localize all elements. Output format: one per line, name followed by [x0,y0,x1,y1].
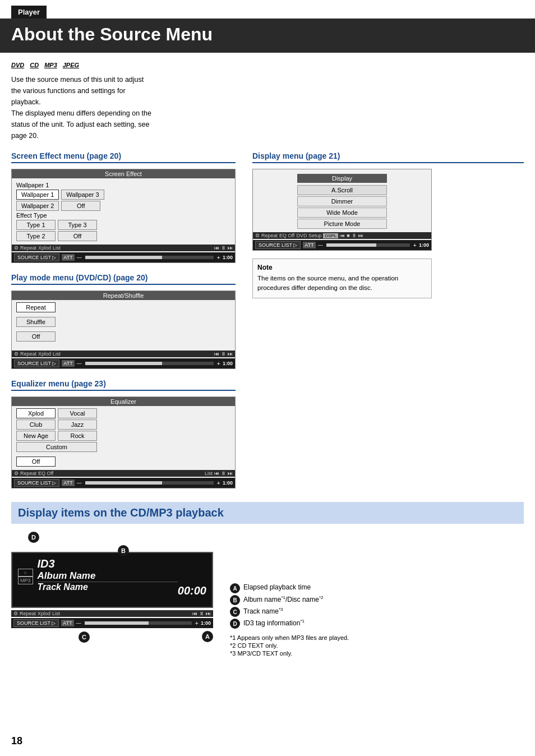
vocal-btn[interactable]: Vocal [58,408,97,418]
display-menu-heading: Display menu (page 21) [252,151,524,163]
play-mode-status-top: ⚙ Repeat Xplod List ⏮ ⏸ ⏭ [12,351,235,357]
next-btn2[interactable]: ⏭ [228,351,233,357]
legend-d-text: ID3 tag information*1 [243,619,305,627]
att-label4: ATT [303,242,315,248]
repeat-label: Repeat [20,245,36,251]
type1-btn[interactable]: Type 1 [16,220,56,230]
pause-btn3[interactable]: ⏸ [221,471,226,476]
repeat-btn[interactable]: Repeat [16,302,56,312]
play-mode-title: Repeat/Shuffle [12,291,235,300]
source-btn3[interactable]: SOURCE LIST ▷ [14,479,59,487]
rock-btn[interactable]: Rock [58,431,97,441]
label-a-pos: A [202,631,213,642]
album-name: Album Name [38,570,178,582]
next-btn[interactable]: ⏭ [228,245,233,251]
type3-btn[interactable]: Type 3 [58,220,97,230]
eq-off-btn[interactable]: Off [16,457,56,467]
plus-label3: + [217,480,220,486]
source-btn4[interactable]: SOURCE LIST ▷ [255,241,301,249]
format-icons-row: DVD CD MP3 JPEG [11,62,524,68]
dimmer-btn[interactable]: Dimmer [297,196,387,206]
legend-c: C Track name*3 [230,607,349,617]
att-label3: ATT [62,480,74,486]
club-btn[interactable]: Club [16,420,56,430]
circle-b: B [118,545,129,556]
playback-section: Display items on the CD/MP3 playback D B [11,502,524,658]
pause-btn[interactable]: ⏸ [221,245,226,251]
gear-icon3: ⚙ [14,471,19,476]
repeat-label5: Repeat [20,611,36,616]
widemode-btn[interactable]: Wide Mode [297,208,387,218]
id3-text: ID3 [38,557,55,570]
custom-btn[interactable]: Custom [16,442,97,452]
legend-a: A Elapsed playback time [230,583,349,593]
eq-off-label2: EQ Off [279,233,294,238]
dash-label5: — [76,620,81,626]
screen-effect-status-top: ⚙ Repeat Xplod List ⏮ ⏸ ⏭ [12,245,235,251]
picturemode-btn[interactable]: Picture Mode [297,219,387,229]
ascroll-btn[interactable]: A.Scroll [297,185,387,195]
legend-circle-a: A [230,583,240,593]
jpeg-format-icon: JPEG [63,62,79,68]
time-label3: 1:00 [223,480,233,486]
note-text: The items on the source menu, and the op… [257,274,427,293]
footnote3: *3 MP3/CD TEXT only. [230,650,349,657]
legend-list: A Elapsed playback time B Album name*1/D… [230,583,349,629]
source-btn5[interactable]: SOURCE LIST ▷ [13,619,59,627]
gear-icon: ⚙ [14,245,19,251]
next-btn3[interactable]: ⏭ [228,471,233,476]
display-menu-box: Display A.Scroll Dimmer Wide Mode Pictur… [252,169,432,251]
prev-btn2[interactable]: ⏮ [214,351,219,357]
off2-btn[interactable]: Off [58,231,97,241]
time-label: 1:00 [223,255,233,260]
pause-btn5[interactable]: ⏸ [199,611,204,616]
dash-label3: — [77,480,82,486]
play-mode-device-bar: SOURCE LIST ▷ ATT — + 1:00 [12,358,235,368]
display-title: Display [297,174,387,183]
prev-btn4[interactable]: ⏮ [340,233,345,238]
list-label5: List [52,611,60,616]
plus-label5: + [195,620,199,626]
wallpaper3-btn[interactable]: Wallpaper 3 [61,190,104,200]
equalizer-device-bar: SOURCE LIST ▷ ATT — + 1:00 [12,478,235,488]
prev-btn[interactable]: ⏮ [214,245,219,251]
list-label2: List [53,351,61,357]
display-device-bar: SOURCE LIST ▷ ATT — + 1:00 [253,240,431,250]
type2-btn[interactable]: Type 2 [16,231,56,241]
newage-btn[interactable]: New Age [16,431,56,441]
next-btn5[interactable]: ⏭ [206,611,211,616]
page-number: 18 [11,735,22,747]
player-screen: ○ MP3 ID3 Album Name Track Name 0 [11,552,213,608]
att-label2: ATT [62,360,74,367]
stop-btn[interactable]: ■ [347,233,349,238]
pause-btn2[interactable]: ⏸ [221,351,226,357]
xplod-eq-btn[interactable]: Xplod [16,408,56,418]
equalizer-heading: Equalizer menu (page 23) [11,379,236,391]
effect-type-label: Effect Type [16,212,230,219]
plus-label: + [217,254,220,261]
shuffle-btn[interactable]: Shuffle [16,317,56,327]
intro-text: Use the source menus of this unit to adj… [11,74,247,141]
playback-heading: Display items on the CD/MP3 playback [11,502,524,524]
prev-btn5[interactable]: ⏮ [192,611,197,616]
circle-d: D [28,532,39,543]
repeat-label4: Repeat [261,233,278,238]
prev-btn3[interactable]: ⏮ [214,471,219,476]
source-btn[interactable]: SOURCE LIST ▷ [14,253,59,261]
play-mode-heading: Play mode menu (DVD/CD) (page 20) [11,273,236,285]
att-label: ATT [62,254,74,261]
source-btn2[interactable]: SOURCE LIST ▷ [14,359,59,367]
play-mode-off-btn[interactable]: Off [16,331,56,342]
player-diagram: D B ○ MP3 [11,532,213,658]
jazz-btn[interactable]: Jazz [58,420,97,430]
wallpaper2-btn[interactable]: Wallpaper 2 [16,201,59,211]
dvd-setup-label: DVD Setup [296,233,321,238]
legend-b-text: Album name*1/Disc name*2 [243,595,324,603]
off-btn[interactable]: Off [61,201,100,211]
xplod-label2: Xplod [38,351,51,357]
gear-icon2: ⚙ [14,351,19,357]
pause-btn4[interactable]: ⏸ [352,233,357,238]
next-btn4[interactable]: ⏭ [358,233,363,238]
wallpaper1-btn[interactable]: Wallpaper 1 [16,190,59,200]
player-device-bar: SOURCE LIST ▷ ATT — + 1:00 [11,618,213,628]
